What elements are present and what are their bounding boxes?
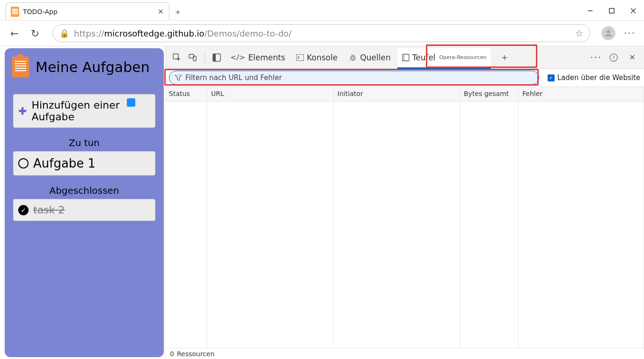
- close-devtools-icon[interactable]: ✕: [626, 51, 638, 64]
- load-checkbox[interactable]: ✓ Laden über die Website: [548, 73, 640, 82]
- window-controls: [579, 1, 644, 20]
- devtools-filter-row: Filtern nach URL und Fehler ✓ Laden über…: [165, 69, 644, 87]
- lock-icon: 🔒: [59, 29, 69, 38]
- tab-konsole[interactable]: Konsole: [292, 48, 342, 67]
- add-task-button[interactable]: ✚ Hinzufügen einer Aufgabe: [13, 94, 155, 128]
- plus-icon: ✚: [18, 105, 27, 117]
- col-url[interactable]: URL: [207, 87, 334, 101]
- devtools-statusbar: 0 Ressourcen: [165, 348, 644, 359]
- tab-favicon: [11, 7, 19, 17]
- refresh-button[interactable]: ↻: [29, 28, 41, 39]
- task-row[interactable]: ✓ task 2: [13, 199, 155, 221]
- tab-quellen[interactable]: Quellen: [344, 48, 395, 67]
- status-label: Ressourcen: [177, 350, 214, 358]
- devtools-panel: </> Elements Konsole Quellen Teufel Oper…: [165, 46, 644, 359]
- filter-input[interactable]: Filtern nach URL und Fehler: [169, 71, 539, 85]
- svg-text:?: ?: [612, 55, 615, 61]
- browser-tab[interactable]: TODO-App ✕: [6, 2, 169, 20]
- svg-line-16: [355, 59, 356, 59]
- address-bar: ← ↻ 🔒 https://microsoftedge.github.io/De…: [0, 21, 644, 46]
- tab-elements[interactable]: </> Elements: [226, 48, 290, 67]
- url-text: https://microsoftedge.github.io/Demos/de…: [74, 29, 571, 38]
- more-menu-icon[interactable]: ···: [624, 28, 636, 39]
- task-row[interactable]: Aufgabe 1: [13, 151, 155, 176]
- svg-rect-1: [609, 8, 614, 13]
- panel-icon[interactable]: [211, 51, 223, 64]
- col-bytes[interactable]: Bytes gesamt: [460, 87, 519, 101]
- svg-line-15: [350, 59, 351, 59]
- url-box[interactable]: 🔒 https://microsoftedge.github.io/Demos/…: [52, 24, 590, 42]
- todo-app-panel: Meine Aufgaben ✚ Hinzufügen einer Aufgab…: [5, 48, 164, 357]
- close-window-button[interactable]: [622, 1, 644, 20]
- filter-icon: [175, 75, 182, 81]
- col-error[interactable]: Fehler: [519, 87, 644, 101]
- svg-rect-9: [213, 54, 216, 61]
- task-label-done: task 2: [33, 204, 65, 216]
- device-icon[interactable]: [187, 51, 199, 64]
- bug-icon: [349, 53, 357, 62]
- code-icon: </>: [230, 53, 245, 62]
- done-section-label: Abgeschlossen: [9, 185, 159, 196]
- checked-circle-icon[interactable]: ✓: [18, 205, 29, 215]
- inspect-icon[interactable]: [171, 51, 183, 64]
- task-label: Aufgabe 1: [33, 156, 95, 170]
- new-tab-button[interactable]: ＋: [169, 3, 186, 20]
- devtools-more-icon[interactable]: ···: [590, 52, 602, 63]
- minimize-button[interactable]: [579, 1, 601, 20]
- svg-rect-10: [296, 54, 304, 61]
- filter-placeholder: Filtern nach URL und Fehler: [185, 73, 282, 82]
- col-status[interactable]: Status: [165, 87, 207, 101]
- todo-section-label: Zu tun: [9, 137, 159, 148]
- help-icon[interactable]: ?: [607, 51, 620, 64]
- tab-title: TODO-App: [23, 8, 154, 15]
- status-count: 0: [170, 350, 174, 358]
- svg-point-4: [607, 30, 610, 33]
- devtools-toolbar: </> Elements Konsole Quellen Teufel Oper…: [165, 46, 644, 69]
- clipboard-icon: [12, 57, 29, 77]
- maximize-button[interactable]: [601, 1, 622, 20]
- table-body: [165, 102, 644, 348]
- unchecked-circle-icon[interactable]: [18, 158, 29, 169]
- col-initiator[interactable]: Initiator: [334, 87, 460, 101]
- app-title: Meine Aufgaben: [36, 59, 150, 75]
- add-badge-icon: [127, 98, 135, 107]
- resource-table: Status URL Initiator Bytes gesamt Fehler: [165, 87, 644, 348]
- titlebar: TODO-App ✕ ＋: [0, 0, 644, 21]
- back-button[interactable]: ←: [8, 28, 21, 39]
- close-tab-icon[interactable]: ✕: [158, 7, 164, 16]
- svg-rect-17: [402, 54, 409, 61]
- console-icon: [296, 54, 304, 61]
- profile-avatar[interactable]: [601, 26, 615, 40]
- book-icon: [402, 54, 410, 61]
- favorite-icon[interactable]: ☆: [575, 28, 583, 38]
- checkbox-checked-icon: ✓: [548, 74, 555, 81]
